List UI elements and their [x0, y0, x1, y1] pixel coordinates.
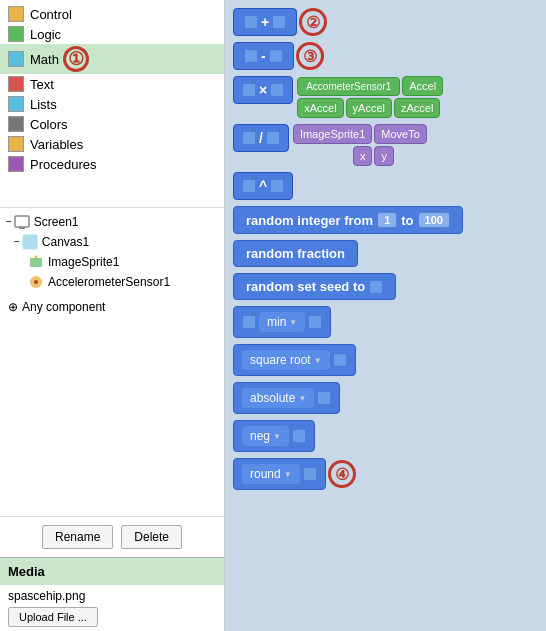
round-label: round	[250, 467, 281, 481]
any-component-label: Any component	[22, 300, 105, 314]
min-left	[242, 315, 256, 329]
media-section-title: Media	[0, 557, 224, 585]
abs-arrow: ▼	[298, 394, 306, 403]
sqrt-arrow: ▼	[314, 356, 322, 365]
div-input-left	[242, 131, 256, 145]
rand-int-from[interactable]: 1	[377, 212, 397, 228]
sensor-row1: AccometerSensor1 Accel	[297, 76, 443, 96]
sub-input-right	[269, 49, 283, 63]
any-component-item[interactable]: ⊕ Any component	[0, 296, 224, 318]
upload-file-button[interactable]: Upload File ...	[8, 607, 98, 627]
circle-2: ②	[299, 8, 327, 36]
category-colors[interactable]: Colors	[0, 114, 224, 134]
add-input-left	[244, 15, 258, 29]
random-fraction-block[interactable]: random fraction	[233, 240, 358, 267]
category-lists[interactable]: Lists	[0, 94, 224, 114]
category-variables[interactable]: Variables	[0, 134, 224, 154]
tree-canvas1[interactable]: − Canvas1	[0, 232, 224, 252]
media-filename: spascehip.png	[8, 589, 216, 603]
add-block[interactable]: +	[233, 8, 297, 36]
canvas-icon	[22, 234, 38, 250]
component-tree: − Screen1 − Canvas1 ImageSprite	[0, 207, 224, 296]
left-panel: Control Logic Math ① Text Lists	[0, 0, 225, 631]
x-block[interactable]: x	[353, 146, 373, 166]
min-arrow: ▼	[289, 318, 297, 327]
random-seed-block[interactable]: random set seed to	[233, 273, 396, 300]
procedures-color-box	[8, 156, 24, 172]
category-text[interactable]: Text	[0, 74, 224, 94]
neg-block[interactable]: neg ▼	[233, 420, 315, 452]
logic-color-box	[8, 26, 24, 42]
category-control[interactable]: Control	[0, 4, 224, 24]
tree-screen1[interactable]: − Screen1	[0, 212, 224, 232]
imagesprite1-label: ImageSprite1	[48, 255, 119, 269]
div-block[interactable]: /	[233, 124, 289, 152]
mul-input-left	[242, 83, 256, 97]
rand-int-to[interactable]: 100	[418, 212, 450, 228]
lists-label: Lists	[30, 97, 57, 112]
mul-op: ×	[259, 82, 267, 98]
canvas1-label: Canvas1	[42, 235, 89, 249]
block-row-neg: neg ▼	[233, 420, 538, 452]
to-label: to	[401, 213, 413, 228]
text-color-box	[8, 76, 24, 92]
neg-arrow: ▼	[273, 432, 281, 441]
accelerometer-sensor-block[interactable]: AccometerSensor1	[297, 77, 400, 96]
sub-block[interactable]: -	[233, 42, 294, 70]
accel-block[interactable]: Accel	[402, 76, 443, 96]
imagesprite-block[interactable]: ImageSprite1	[293, 124, 372, 144]
svg-rect-3	[30, 258, 42, 267]
min-right	[308, 315, 322, 329]
moveto-block[interactable]: MoveTo	[374, 124, 427, 144]
block-row-pow: ^	[233, 172, 538, 200]
mul-block[interactable]: ×	[233, 76, 293, 104]
abs-label: absolute	[250, 391, 295, 405]
block-row-mul: × AccometerSensor1 Accel xAccel yAccel z…	[233, 76, 538, 118]
category-list: Control Logic Math ① Text Lists	[0, 0, 224, 207]
round-dropdown[interactable]: round ▼	[242, 464, 300, 484]
neg-input	[292, 429, 306, 443]
category-procedures[interactable]: Procedures	[0, 154, 224, 174]
sqrt-dropdown[interactable]: square root ▼	[242, 350, 330, 370]
svg-marker-4	[34, 255, 38, 258]
rename-button[interactable]: Rename	[42, 525, 113, 549]
sprite-icon	[28, 254, 44, 270]
round-block[interactable]: round ▼	[233, 458, 326, 490]
circle-4: ④	[328, 460, 356, 488]
block-row-abs: absolute ▼	[233, 382, 538, 414]
pow-block[interactable]: ^	[233, 172, 293, 200]
blocks-panel: + ② - ③ × AccometerSensor1	[225, 0, 546, 631]
random-integer-block[interactable]: random integer from 1 to 100	[233, 206, 463, 234]
y-block[interactable]: y	[374, 146, 394, 166]
tree-imagesprite1[interactable]: ImageSprite1	[0, 252, 224, 272]
category-math[interactable]: Math ①	[0, 44, 224, 74]
sub-input-left	[244, 49, 258, 63]
yaccel-block[interactable]: yAccel	[346, 98, 392, 118]
block-row-rand-frac: random fraction	[233, 240, 538, 267]
sqrt-label: square root	[250, 353, 311, 367]
pow-input-left	[242, 179, 256, 193]
delete-button[interactable]: Delete	[121, 525, 182, 549]
sprite-stack: ImageSprite1 MoveTo x y	[293, 124, 427, 166]
abs-block[interactable]: absolute ▼	[233, 382, 340, 414]
xaccel-block[interactable]: xAccel	[297, 98, 343, 118]
sub-op: -	[261, 48, 266, 64]
text-label: Text	[30, 77, 54, 92]
add-input-right	[272, 15, 286, 29]
mul-input-right	[270, 83, 284, 97]
tree-accelsensor1[interactable]: AccelerometerSensor1	[0, 272, 224, 292]
bottom-buttons: Rename Delete	[0, 516, 224, 557]
zaccel-block[interactable]: zAccel	[394, 98, 440, 118]
neg-dropdown[interactable]: neg ▼	[242, 426, 289, 446]
sprite-row1: ImageSprite1 MoveTo	[293, 124, 427, 144]
min-block[interactable]: min ▼	[233, 306, 331, 338]
min-dropdown[interactable]: min ▼	[259, 312, 305, 332]
category-logic[interactable]: Logic	[0, 24, 224, 44]
accelsensor1-label: AccelerometerSensor1	[48, 275, 170, 289]
abs-input	[317, 391, 331, 405]
sqrt-input	[333, 353, 347, 367]
sqrt-block[interactable]: square root ▼	[233, 344, 356, 376]
abs-dropdown[interactable]: absolute ▼	[242, 388, 314, 408]
svg-rect-1	[19, 227, 25, 229]
variables-color-box	[8, 136, 24, 152]
